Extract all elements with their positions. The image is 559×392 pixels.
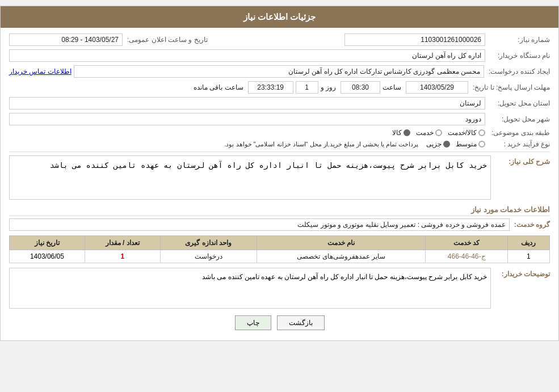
ایجاد-value: محسن معظمی گودرزی کارشناس تدارکات اداره … bbox=[74, 65, 484, 78]
table-body: 1 ج-46-46-466 سایر عمدهفروشی‌های تخصصی د… bbox=[10, 250, 550, 263]
row-مهلت: مهلت ارسال پاسخ: تا تاریخ: 1403/05/29 سا… bbox=[9, 81, 550, 94]
label-استان: استان محل تحویل: bbox=[487, 99, 550, 107]
page-title: جزئیات اطلاعات نیاز bbox=[243, 12, 316, 22]
radio-dot-کالا bbox=[404, 129, 410, 136]
radio-dot-جزیی bbox=[443, 141, 450, 147]
col-نام-خدمت: نام خدمت bbox=[257, 235, 426, 250]
section-title-خدمات: اطلاعات خدمات مورد نیاز bbox=[9, 205, 550, 216]
radio-label-جزیی: جزیی bbox=[426, 140, 442, 148]
radio-label-متوسط: متوسط bbox=[456, 140, 477, 148]
col-واحد: واحد اندازه گیری bbox=[160, 235, 257, 250]
گروه-value: عمده فروشی و خرده فروشی : تعمیر وسایل نق… bbox=[9, 218, 510, 231]
table-row: 1 ج-46-46-466 سایر عمدهفروشی‌های تخصصی د… bbox=[10, 250, 550, 263]
radio-dot-کالا-خدمت bbox=[478, 129, 485, 136]
cell-کد-خدمت: ج-46-46-466 bbox=[426, 250, 507, 263]
cell-واحد: درخواست bbox=[160, 250, 257, 263]
label-شهر: شهر محل تحویل: bbox=[487, 115, 550, 123]
مهلت-ساعت: 08:30 bbox=[341, 81, 380, 94]
مهلت-روز: 1 bbox=[296, 81, 318, 94]
page-wrapper: جزئیات اطلاعات نیاز شماره نیاز: 11030012… bbox=[0, 6, 559, 341]
row-گروه: گروه خدمت: عمده فروشی و خرده فروشی : تعم… bbox=[9, 218, 550, 231]
row-نام-دستگاه: نام دستگاه خریدار: اداره کل راه آهن لرست… bbox=[9, 49, 550, 62]
cell-تعداد: 1 bbox=[85, 250, 160, 263]
cell-تاریخ: 1403/06/05 bbox=[10, 250, 85, 263]
services-table-section: ردیف کد خدمت نام خدمت واحد اندازه گیری ت… bbox=[9, 235, 550, 263]
col-کد-خدمت: کد خدمت bbox=[426, 235, 507, 250]
divider-1 bbox=[9, 151, 550, 152]
row-شماره-تاریخ: شماره نیاز: 1103001261000026 تاریخ و ساع… bbox=[9, 33, 550, 46]
مهلت-باقی: 23:33:19 bbox=[248, 81, 293, 94]
label-مهلت: مهلت ارسال پاسخ: تا تاریخ: bbox=[470, 83, 550, 91]
row-شرح: شرح کلی نیاز: <span data-bind="fields.شر… bbox=[9, 155, 550, 200]
طبقه-radio-group: کالا/خدمت خدمت کالا bbox=[392, 129, 485, 137]
نوع-note: پرداخت تمام یا بخشی از مبلغ خرید,از محل … bbox=[224, 141, 418, 148]
row-استان: استان محل تحویل: لرستان bbox=[9, 97, 550, 109]
تاریخ-value: 1403/05/27 - 08:29 bbox=[9, 33, 123, 46]
radio-label-خدمت: خدمت bbox=[416, 129, 434, 137]
label-گروه: گروه خدمت: bbox=[512, 221, 550, 229]
label-نوع: نوع فرآیند خرید : bbox=[487, 140, 550, 148]
page-header: جزئیات اطلاعات نیاز bbox=[1, 6, 558, 28]
مهلت-date: 1403/05/29 bbox=[406, 81, 468, 94]
radio-label-کالا-خدمت: کالا/خدمت bbox=[448, 129, 477, 137]
cell-نام-خدمت: سایر عمدهفروشی‌های تخصصی bbox=[257, 250, 426, 263]
label-شرح: شرح کلی نیاز: bbox=[493, 158, 550, 166]
ساعت-label: ساعت bbox=[383, 83, 401, 91]
label-ایجاد: ایجاد کننده درخواست: bbox=[486, 68, 550, 75]
label-تاریخ: تاریخ و ساعت اعلان عمومی: bbox=[125, 36, 208, 44]
services-table: ردیف کد خدمت نام خدمت واحد اندازه گیری ت… bbox=[9, 235, 550, 263]
cell-ردیف: 1 bbox=[507, 250, 549, 263]
radio-dot-خدمت bbox=[435, 129, 442, 136]
label-توضیحات: توضیحات خریدار: bbox=[493, 270, 550, 278]
استان-value: لرستان bbox=[9, 97, 485, 109]
شهر-value: دورود bbox=[9, 113, 485, 125]
row-نوع: نوع فرآیند خرید : متوسط جزیی پرداخت تمام… bbox=[9, 140, 550, 148]
radio-جزیی: جزیی bbox=[426, 140, 450, 148]
radio-کالا: کالا bbox=[392, 129, 410, 137]
توضیحات-value[interactable] bbox=[9, 268, 491, 309]
table-head: ردیف کد خدمت نام خدمت واحد اندازه گیری ت… bbox=[10, 235, 550, 250]
row-طبقه: طبقه بندی موضوعی: کالا/خدمت خدمت کالا bbox=[9, 129, 550, 137]
روز-label: روز و bbox=[321, 83, 336, 91]
label-طبقه: طبقه بندی موضوعی: bbox=[487, 129, 550, 137]
radio-label-کالا: کالا bbox=[392, 129, 402, 137]
back-button[interactable]: بازگشت bbox=[277, 315, 325, 330]
label-نام-دستگاه: نام دستگاه خریدار: bbox=[487, 52, 550, 60]
نوع-radio-group: متوسط جزیی bbox=[426, 140, 485, 148]
radio-خدمت: خدمت bbox=[416, 129, 442, 137]
تماس-link[interactable]: اطلاعات تماس خریدار bbox=[9, 68, 72, 75]
نام-دستگاه-value: اداره کل راه آهن لرستان bbox=[9, 49, 485, 62]
row-توضیحات: توضیحات خریدار: bbox=[9, 268, 550, 309]
button-row: بازگشت چاپ bbox=[9, 315, 550, 330]
print-button[interactable]: چاپ bbox=[235, 315, 271, 330]
col-ردیف: ردیف bbox=[507, 235, 549, 250]
radio-کالا-خدمت: کالا/خدمت bbox=[448, 129, 485, 137]
row-ایجاد: ایجاد کننده درخواست: محسن معظمی گودرزی ک… bbox=[9, 65, 550, 78]
شرح-value[interactable]: <span data-bind="fields.شرح_value"></spa… bbox=[9, 155, 491, 200]
label-شماره-نیاز: شماره نیاز: bbox=[487, 36, 550, 44]
باقی-label: ساعت باقی مانده bbox=[194, 83, 243, 91]
table-header-row: ردیف کد خدمت نام خدمت واحد اندازه گیری ت… bbox=[10, 235, 550, 250]
col-تاریخ: تاریخ نیاز bbox=[10, 235, 85, 250]
radio-dot-متوسط bbox=[478, 141, 485, 147]
col-تعداد: تعداد / مقدار bbox=[85, 235, 160, 250]
content-area: شماره نیاز: 1103001261000026 تاریخ و ساع… bbox=[1, 28, 558, 340]
row-شهر: شهر محل تحویل: دورود bbox=[9, 113, 550, 125]
radio-متوسط: متوسط bbox=[456, 140, 485, 148]
شماره-نیاز-value: 1103001261000026 bbox=[344, 33, 485, 46]
